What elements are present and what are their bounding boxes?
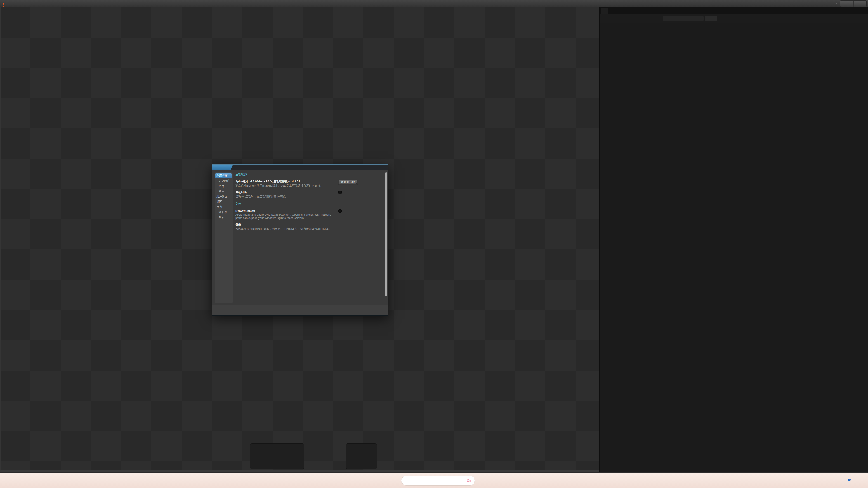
sidebar-item-通用[interactable]: 通用 xyxy=(215,189,232,194)
settings-dialog: 应用程序启动程序文件通用用户界面视区行为摄影表图表 启动程序Spine版本: 4… xyxy=(212,164,388,315)
dialog-title xyxy=(212,165,233,170)
setting-title: Network paths xyxy=(235,209,338,213)
dialog-sidebar: 应用程序启动程序文件通用用户界面视区行为摄影表图表 xyxy=(215,172,232,303)
sidebar-item-文件[interactable]: 文件 xyxy=(215,184,232,189)
dialog-footer xyxy=(212,305,388,315)
minimize-button[interactable] xyxy=(840,1,847,6)
setting-description: 下次启动Spine时使用的Spine版本。beta导出可能还没有运行时支持。 xyxy=(235,184,338,188)
system-tray: i xyxy=(846,473,865,488)
sidebar-item-视区[interactable]: 视区 xyxy=(215,199,232,204)
title-bar xyxy=(0,0,868,7)
spine-window: 应用程序启动程序文件通用用户界面视区行为摄影表图表 启动程序Spine版本: 4… xyxy=(0,0,868,473)
settings-row: 备份包含每次保存前的项目副本，如果启用了自动备份，则为定期备份项目副本。 xyxy=(235,223,384,231)
key-column-icon[interactable] xyxy=(606,23,612,28)
restore-button[interactable] xyxy=(853,1,860,6)
tree-column-header xyxy=(600,23,868,29)
transform-tools-panel xyxy=(250,444,304,469)
checkbox[interactable] xyxy=(338,209,342,213)
taskbar-center: ✿✿ xyxy=(0,473,868,488)
match-table-panel xyxy=(346,444,377,469)
setting-title: 备份 xyxy=(235,223,338,227)
window-controls xyxy=(840,0,867,7)
dialog-header[interactable] xyxy=(212,165,388,170)
spine-logo-dots-icon xyxy=(3,2,4,7)
titlebar-toolbar xyxy=(30,0,49,7)
maximize-button[interactable] xyxy=(847,1,853,6)
dropdown-corner-icon xyxy=(356,183,357,184)
dialog-scrollbar[interactable] xyxy=(385,172,387,296)
windows-taskbar: ✿✿ i xyxy=(0,473,868,488)
dropdown-label: 最新测试版 xyxy=(341,180,355,184)
titlebar-right xyxy=(831,0,867,7)
settings-row: Spine版本: 4.3.63-beta PRO, 启动程序版本: 4.3.01… xyxy=(235,180,384,188)
dropdown-最新测试版[interactable]: 最新测试版 xyxy=(338,180,358,185)
setting-title: 自动启动 xyxy=(235,191,338,194)
panel-tab-strip xyxy=(600,7,868,14)
setting-description: 当Spine启动时，在启动程序屏幕不停留。 xyxy=(235,195,338,198)
sidebar-item-启动程序[interactable]: 启动程序 xyxy=(215,178,232,184)
search-input[interactable] xyxy=(662,15,704,22)
titlebar-separator xyxy=(41,2,42,6)
settings-row: 自动启动当Spine启动时，在启动程序屏幕不停留。 xyxy=(235,191,384,198)
sidebar-item-行为[interactable]: 行为 xyxy=(215,204,232,210)
sidebar-item-应用程序[interactable]: 应用程序 xyxy=(215,173,232,178)
setting-control: 最新测试版 xyxy=(338,180,384,188)
hierarchy-panel xyxy=(599,7,868,471)
viewport-bottom-frame xyxy=(0,470,599,471)
setting-title: Spine版本: 4.3.63-beta PRO, 启动程序版本: 4.3.01 xyxy=(235,180,338,184)
viewport-left-frame xyxy=(0,7,1,471)
checkbox[interactable] xyxy=(338,191,342,194)
section-header: 启动程序 xyxy=(235,172,384,177)
tree-column-icon[interactable] xyxy=(612,23,619,28)
dialog-content: 启动程序Spine版本: 4.3.63-beta PRO, 启动程序版本: 4.… xyxy=(235,172,384,303)
setting-description: Allow image and audio UNC paths (\\serve… xyxy=(235,213,338,220)
search-next-button[interactable] xyxy=(711,15,717,22)
section-header: 文件 xyxy=(235,202,384,207)
setting-control xyxy=(338,209,384,220)
setting-description: 包含每次保存前的项目副本，如果启用了自动备份，则为定期备份项目副本。 xyxy=(235,227,338,231)
search-nav-buttons xyxy=(705,15,717,22)
setting-control xyxy=(338,191,384,198)
setting-control xyxy=(338,223,384,231)
blossom-decoration: ✿✿ xyxy=(467,478,471,483)
visibility-column-icon[interactable] xyxy=(600,23,606,28)
start-button[interactable] xyxy=(388,477,396,485)
close-button[interactable] xyxy=(860,1,866,6)
hierarchy-toolbar xyxy=(600,14,868,23)
setting-text: 自动启动当Spine启动时，在启动程序屏幕不停留。 xyxy=(235,191,338,198)
sidebar-item-摄影表[interactable]: 摄影表 xyxy=(215,210,232,215)
taskbar-search[interactable]: ✿✿ xyxy=(401,476,475,486)
settings-row: Network pathsAllow image and audio UNC p… xyxy=(235,209,384,220)
search-prev-button[interactable] xyxy=(705,15,711,22)
cloud-info-badge: i xyxy=(848,479,850,481)
sidebar-item-图表[interactable]: 图表 xyxy=(215,215,232,220)
setting-text: Spine版本: 4.3.63-beta PRO, 启动程序版本: 4.3.01… xyxy=(235,180,338,188)
setting-text: 备份包含每次保存前的项目副本，如果启用了自动备份，则为定期备份项目副本。 xyxy=(235,223,338,231)
setting-text: Network pathsAllow image and audio UNC p… xyxy=(235,209,338,220)
tab-hierarchy-tree[interactable] xyxy=(601,8,608,14)
sidebar-item-用户界面[interactable]: 用户界面 xyxy=(215,194,232,199)
view-dropdown-corner xyxy=(836,3,837,4)
